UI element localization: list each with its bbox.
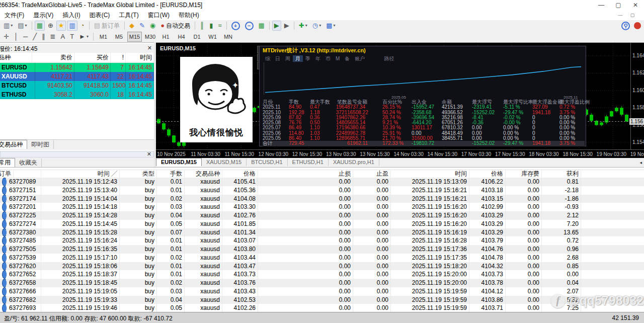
text-tool-button[interactable]: A <box>58 32 67 42</box>
navigator-close-icon[interactable]: ✕ <box>147 151 151 157</box>
chart-tabs-scroll-icon[interactable]: ◂ <box>639 160 642 165</box>
menu-item[interactable]: 文件(F) <box>0 10 29 21</box>
orders-column-header[interactable]: 止损 <box>258 170 353 178</box>
templates-dropdown-button[interactable]: ▩▾ <box>324 21 337 31</box>
metaeditor-button[interactable]: ✎ <box>137 21 147 31</box>
auto-scroll-button[interactable]: ▶ <box>272 21 281 31</box>
zoom-out-button[interactable]: − <box>243 21 256 31</box>
market-watch-tab[interactable]: 即时图 <box>27 140 54 149</box>
autotrading-button[interactable]: ●自动交易 <box>158 21 192 31</box>
navigator-toggle-button[interactable]: ⊕ <box>46 21 55 31</box>
periods-dropdown-button[interactable]: ◷▾ <box>310 21 323 31</box>
market-watch-row-xauusd[interactable]: XAUUSD4117.214117.432216:14:45 <box>0 72 154 81</box>
navigator-tab[interactable]: 常用 <box>0 158 15 167</box>
order-row-63727151[interactable]: 637271512025.11.19 15:13:40buy0.01xauusd… <box>0 186 644 195</box>
chart-shift-button[interactable]: ▶ <box>282 21 291 31</box>
mdi-minimize-button[interactable]: — <box>615 12 626 19</box>
chart-line-button[interactable]: ≈ <box>216 21 223 31</box>
orders-column-header[interactable]: 时间 ╱ <box>41 170 120 178</box>
menu-item[interactable]: 帮助(H) <box>174 10 204 21</box>
search-icon[interactable]: ⚲ <box>621 22 630 30</box>
order-row-63727539[interactable]: 637275392025.11.19 15:17:10buy0.02xauusd… <box>0 254 644 262</box>
market-watch-toggle-button[interactable]: ▦ <box>35 21 45 31</box>
shapes-dropdown-button[interactable]: ►▾ <box>77 32 91 42</box>
chart-tab-eurusd-m15[interactable]: EURUSD,M15 <box>156 158 202 166</box>
chart-bars-button[interactable]: ║ <box>198 21 206 31</box>
data-window-toggle-button[interactable]: ▥ <box>67 21 77 31</box>
timeframe-m15-button[interactable]: M15 <box>127 32 142 42</box>
channel-tool-button[interactable]: ∥ <box>40 32 47 42</box>
market-watch-row-btcusd[interactable]: BTCUSD91403.5091418.50150016:14:45 <box>0 81 154 90</box>
menu-item[interactable]: 插入(I) <box>58 10 85 21</box>
zoom-in-button[interactable]: + <box>229 21 242 31</box>
indicators-add-button[interactable]: ✚▾ <box>297 21 309 31</box>
menu-item[interactable]: 窗口(W) <box>143 10 174 21</box>
stats-tab-周[interactable]: 周 <box>283 55 293 62</box>
window-minimize-button[interactable]: — <box>593 0 610 10</box>
market-watch-row-ethusd[interactable]: ETHUSD3058.23060.01816:14:45 <box>0 90 154 99</box>
menu-item[interactable]: 图表(C) <box>85 10 115 21</box>
timeframe-h4-button[interactable]: H4 <box>174 32 189 42</box>
menu-item[interactable]: 显示(V) <box>29 10 58 21</box>
chart-candles-button[interactable]: ▮ <box>207 21 215 31</box>
community-badge-icon[interactable] <box>634 22 641 29</box>
vertical-line-tool-button[interactable]: │ <box>12 32 20 42</box>
stats-tab-备[interactable]: 备 <box>342 55 352 62</box>
order-row-63727201[interactable]: 637272012025.11.19 15:14:18buy0.03xauusd… <box>0 203 644 211</box>
time-scale[interactable]: 10 Nov 202511 Nov 03:3011 Nov 15:3012 No… <box>156 149 644 158</box>
fibonacci-tool-button[interactable]: ≣ <box>48 32 58 42</box>
orders-column-header[interactable]: 价格 <box>222 170 258 178</box>
timeframe-h1-button[interactable]: H1 <box>158 32 173 42</box>
order-row-63727620[interactable]: 637276202025.11.19 15:18:06buy0.01xauusd… <box>0 262 644 271</box>
stats-tab-季[interactable]: 季 <box>303 55 313 62</box>
order-row-63727666[interactable]: 637276662025.11.19 15:19:05buy0.03xauusd… <box>0 287 644 296</box>
new-order-button[interactable]: ▤新订单 <box>92 21 122 31</box>
stats-tab-综[interactable]: 综 <box>263 55 273 62</box>
orders-column-header[interactable]: 时间 <box>391 170 469 178</box>
layout-dropdown-button[interactable]: ▥▾ <box>2 21 15 31</box>
market-watch-close-icon[interactable]: ✕ <box>147 45 152 51</box>
order-row-63727682[interactable]: 637276822025.11.19 15:19:33buy0.04xauusd… <box>0 296 644 304</box>
orders-column-header[interactable]: 获利 <box>542 170 581 178</box>
window-close-button[interactable]: ✕ <box>627 0 644 10</box>
orders-column-header[interactable]: 订单 <box>0 170 41 178</box>
order-row-63727658[interactable]: 637276582025.11.19 15:18:45buy0.02xauusd… <box>0 279 644 287</box>
label-tool-button[interactable]: T <box>68 32 76 42</box>
order-row-63727174[interactable]: 637271742025.11.19 15:14:04buy0.02xauusd… <box>0 195 644 203</box>
horizontal-line-tool-button[interactable]: ─ <box>21 32 30 42</box>
chart-tab-btcusd-h1[interactable]: BTCUSD,H1 <box>247 158 287 166</box>
stats-tab-路径[interactable]: 路径 <box>381 55 396 62</box>
history-center-button[interactable]: ◔ <box>78 21 87 31</box>
order-row-63727225[interactable]: 637272252025.11.19 15:14:28buy0.04xauusd… <box>0 211 644 220</box>
chart-tab-xauusd-pro-h1[interactable]: XAUUSD.pro,H1 <box>329 158 379 166</box>
eraser-button[interactable]: ◆ <box>127 21 136 31</box>
chart-tab-xauusd-m15[interactable]: XAUUSD,M15 <box>202 158 247 166</box>
order-row-63727485[interactable]: 637274852025.11.19 15:16:24buy0.01xauusd… <box>0 236 644 245</box>
orders-column-header[interactable]: 止盈 <box>353 170 391 178</box>
menu-item[interactable]: 工具(T) <box>114 10 143 21</box>
order-row-63727380[interactable]: 637273802025.11.19 15:15:28buy0.07xauusd… <box>0 228 644 237</box>
navigator-tab[interactable]: 收藏夹 <box>15 158 42 167</box>
community-button[interactable]: ◉ <box>148 21 157 31</box>
window-restore-button[interactable]: ▢ <box>610 0 627 10</box>
timeframe-w1-button[interactable]: W1 <box>205 32 220 42</box>
stats-tab-币[interactable]: 币 <box>323 55 333 62</box>
crosshair-tool-button[interactable]: ✛ <box>2 32 11 42</box>
orders-column-header[interactable]: 手数 <box>157 170 185 178</box>
stats-tab-月[interactable]: 月 <box>293 55 303 62</box>
orders-column-header[interactable]: 价格 <box>469 170 506 178</box>
orders-column-header[interactable]: 类型 <box>120 170 157 178</box>
stats-tab-M[interactable]: M <box>333 55 342 62</box>
stats-tab-账户[interactable]: 账户 <box>352 55 367 62</box>
timeframe-m1-button[interactable]: M1 <box>96 32 111 42</box>
price-scale[interactable]: 1.1641.1621.1601.1581.1561.154 <box>630 43 644 149</box>
profile-dropdown-button[interactable]: ▤▾ <box>16 21 29 31</box>
timeframe-d1-button[interactable]: D1 <box>190 32 204 42</box>
stats-tab-日[interactable]: 日 <box>273 55 283 62</box>
order-row-63727505[interactable]: 637275052025.11.19 15:16:35buy0.01xauusd… <box>0 245 644 254</box>
favorites-toggle-button[interactable]: ★ <box>56 21 66 31</box>
chart-tab-ethusd-h1[interactable]: ETHUSD,H1 <box>288 158 329 166</box>
market-watch-tab[interactable]: 交易品种 <box>0 140 27 149</box>
order-row-63727652[interactable]: 637276522025.11.19 15:18:37buy0.01xauusd… <box>0 270 644 279</box>
order-row-63727693[interactable]: 637276932025.11.19 15:19:46buy0.05xauusd… <box>0 304 644 312</box>
